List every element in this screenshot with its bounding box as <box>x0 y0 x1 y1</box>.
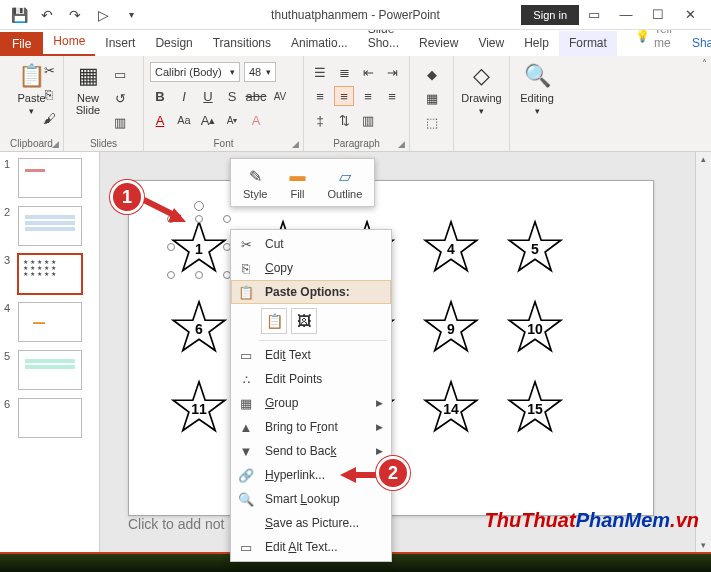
style-button[interactable]: ✎Style <box>237 163 273 202</box>
font-color-icon[interactable]: A <box>150 110 170 130</box>
tab-insert[interactable]: Insert <box>95 31 145 56</box>
resize-handle[interactable] <box>167 243 175 251</box>
resize-handle[interactable] <box>223 215 231 223</box>
resize-handle[interactable] <box>167 271 175 279</box>
text-direction-icon[interactable]: ⇅ <box>334 110 354 130</box>
layout-icon[interactable]: ▭ <box>110 64 130 84</box>
collapse-ribbon-icon[interactable]: ˄ <box>702 58 707 69</box>
ctx-group[interactable]: ▦Group▶ <box>231 391 391 415</box>
star-shape-14[interactable]: 14 <box>423 379 479 435</box>
cut-icon[interactable]: ✂ <box>39 60 59 80</box>
ribbon-options-icon[interactable]: ▭ <box>587 7 601 22</box>
line-spacing-icon[interactable]: ‡ <box>310 110 330 130</box>
minimize-icon[interactable]: — <box>619 7 633 22</box>
star-shape-11[interactable]: 11 <box>171 379 227 435</box>
shrink-font-icon[interactable]: A▾ <box>222 110 242 130</box>
paragraph-launcher-icon[interactable]: ◢ <box>398 139 405 149</box>
spacing-icon[interactable]: AV <box>270 86 290 106</box>
vertical-scrollbar[interactable]: ▴▾ <box>695 152 711 552</box>
reset-icon[interactable]: ↺ <box>110 88 130 108</box>
save-icon[interactable]: 💾 <box>10 6 28 24</box>
align-right-icon[interactable]: ≡ <box>358 86 378 106</box>
ctx-cut[interactable]: ✂Cut <box>231 232 391 256</box>
ctx-send-back[interactable]: ▼Send to Back▶ <box>231 439 391 463</box>
font-size-combo[interactable]: 48▾ <box>244 62 276 82</box>
tab-help[interactable]: Help <box>514 31 559 56</box>
tab-design[interactable]: Design <box>145 31 202 56</box>
close-icon[interactable]: ✕ <box>683 7 697 22</box>
format-painter-icon[interactable]: 🖌 <box>39 108 59 128</box>
star-shape-9[interactable]: 9 <box>423 299 479 355</box>
bullets-icon[interactable]: ☰ <box>310 62 330 82</box>
editing-button[interactable]: 🔍 Editing ▾ <box>516 60 558 118</box>
notes-placeholder[interactable]: Click to add not <box>128 516 225 532</box>
quick-styles-icon[interactable]: ⬚ <box>422 112 442 132</box>
ctx-edit-alt[interactable]: ▭Edit Alt Text... <box>231 535 391 559</box>
star-shape-5[interactable]: 5 <box>507 219 563 275</box>
qat-dropdown-icon[interactable]: ▾ <box>122 6 140 24</box>
numbering-icon[interactable]: ≣ <box>334 62 354 82</box>
slide-canvas[interactable]: 123456789101112131415 Click to add not ▴… <box>100 152 711 552</box>
align-center-icon[interactable]: ≡ <box>334 86 354 106</box>
ctx-paste-options[interactable]: 📋Paste Options: <box>231 280 391 304</box>
change-case-icon[interactable]: Aa <box>174 110 194 130</box>
columns-icon[interactable]: ▥ <box>358 110 378 130</box>
tab-animations[interactable]: Animatio... <box>281 31 358 56</box>
tab-home[interactable]: Home <box>43 29 95 56</box>
strikethrough-icon[interactable]: abc <box>246 86 266 106</box>
arrange-icon[interactable]: ▦ <box>422 88 442 108</box>
tab-review[interactable]: Review <box>409 31 468 56</box>
outline-button[interactable]: ▱Outline <box>321 163 368 202</box>
thumbnail-6[interactable]: 6 <box>4 398 95 438</box>
share-button[interactable]: Share <box>682 31 711 56</box>
underline-icon[interactable]: U <box>198 86 218 106</box>
thumbnail-2[interactable]: 2 <box>4 206 95 246</box>
clipboard-launcher-icon[interactable]: ◢ <box>52 139 59 149</box>
shadow-icon[interactable]: S <box>222 86 242 106</box>
rotate-handle[interactable] <box>194 201 204 211</box>
ctx-edit-points[interactable]: ⛬Edit Points <box>231 367 391 391</box>
thumbnail-4[interactable]: 4▬▬ <box>4 302 95 342</box>
fill-button[interactable]: ▬Fill <box>279 163 315 202</box>
clear-format-icon[interactable]: A <box>246 110 266 130</box>
paste-picture[interactable]: 🖼 <box>291 308 317 334</box>
ctx-smart-lookup[interactable]: 🔍Smart Lookup <box>231 487 391 511</box>
star-shape-6[interactable]: 6 <box>171 299 227 355</box>
paste-use-theme[interactable]: 📋 <box>261 308 287 334</box>
star-shape-10[interactable]: 10 <box>507 299 563 355</box>
shape-fill-icon[interactable]: ◆ <box>422 64 442 84</box>
section-icon[interactable]: ▥ <box>110 112 130 132</box>
grow-font-icon[interactable]: A▴ <box>198 110 218 130</box>
ctx-edit-text[interactable]: ▭Edit Text <box>231 343 391 367</box>
scroll-down-icon[interactable]: ▾ <box>701 540 706 550</box>
thumbnail-1[interactable]: 1 <box>4 158 95 198</box>
tab-view[interactable]: View <box>468 31 514 56</box>
ctx-bring-front[interactable]: ▲Bring to Front▶ <box>231 415 391 439</box>
thumbnail-5[interactable]: 5 <box>4 350 95 390</box>
signin-button[interactable]: Sign in <box>521 5 579 25</box>
redo-icon[interactable]: ↷ <box>66 6 84 24</box>
drawing-button[interactable]: ◇ Drawing ▾ <box>460 60 503 118</box>
thumbnail-3[interactable]: 3★★★★★★★★★★★★★★★ <box>4 254 95 294</box>
font-name-combo[interactable]: Calibri (Body)▾ <box>150 62 240 82</box>
star-shape-4[interactable]: 4 <box>423 219 479 275</box>
bold-icon[interactable]: B <box>150 86 170 106</box>
tab-file[interactable]: File <box>0 32 43 56</box>
justify-icon[interactable]: ≡ <box>382 86 402 106</box>
resize-handle[interactable] <box>195 271 203 279</box>
indent-left-icon[interactable]: ⇤ <box>358 62 378 82</box>
ctx-save-picture[interactable]: Save as Picture... <box>231 511 391 535</box>
ctx-copy[interactable]: ⎘Copy <box>231 256 391 280</box>
copy-icon[interactable]: ⎘ <box>39 84 59 104</box>
font-launcher-icon[interactable]: ◢ <box>292 139 299 149</box>
align-left-icon[interactable]: ≡ <box>310 86 330 106</box>
undo-icon[interactable]: ↶ <box>38 6 56 24</box>
tab-transitions[interactable]: Transitions <box>203 31 281 56</box>
start-from-beginning-icon[interactable]: ▷ <box>94 6 112 24</box>
maximize-icon[interactable]: ☐ <box>651 7 665 22</box>
italic-icon[interactable]: I <box>174 86 194 106</box>
indent-right-icon[interactable]: ⇥ <box>382 62 402 82</box>
tab-format[interactable]: Format <box>559 31 617 56</box>
scroll-up-icon[interactable]: ▴ <box>701 154 706 164</box>
selection-handles[interactable] <box>171 219 227 275</box>
